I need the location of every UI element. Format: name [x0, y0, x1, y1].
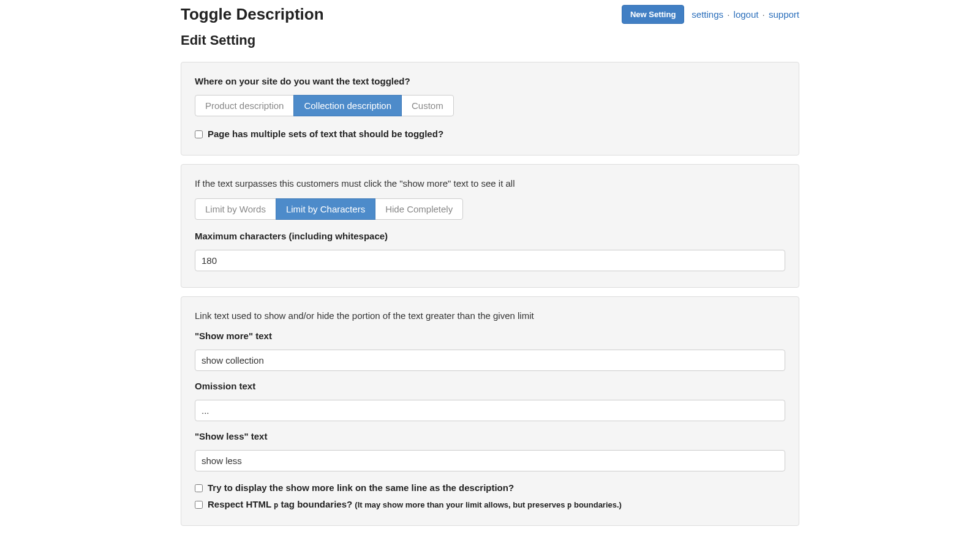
multiple-sets-checkbox[interactable]	[195, 130, 203, 138]
option-collection-description[interactable]: Collection description	[293, 95, 402, 116]
support-link[interactable]: support	[769, 9, 799, 20]
option-limit-words[interactable]: Limit by Words	[195, 198, 276, 220]
page-title: Toggle Description	[181, 5, 324, 24]
limit-button-group: Limit by Words Limit by Characters Hide …	[195, 198, 463, 220]
omission-input[interactable]	[195, 400, 785, 421]
respect-p-label: Respect HTML p tag boundaries? (It may s…	[208, 499, 622, 509]
option-limit-characters[interactable]: Limit by Characters	[276, 198, 375, 220]
multiple-sets-label: Page has multiple sets of text that shou…	[208, 129, 443, 139]
link-text-intro: Link text used to show and/or hide the p…	[195, 310, 785, 321]
subheading: Edit Setting	[181, 32, 799, 48]
respect-p-checkbox[interactable]	[195, 501, 203, 509]
max-chars-input[interactable]	[195, 250, 785, 271]
show-less-input[interactable]	[195, 450, 785, 471]
limit-intro: If the text surpasses this customers mus…	[195, 178, 785, 189]
location-button-group: Product description Collection descripti…	[195, 95, 454, 116]
panel-limit: If the text surpasses this customers mus…	[181, 164, 799, 288]
option-hide-completely[interactable]: Hide Completely	[375, 198, 463, 220]
panel-location: Where on your site do you want the text …	[181, 62, 799, 156]
same-line-label: Try to display the show more link on the…	[208, 482, 514, 493]
settings-link[interactable]: settings	[692, 9, 723, 20]
omission-label: Omission text	[195, 381, 785, 391]
option-custom[interactable]: Custom	[401, 95, 454, 116]
new-setting-button[interactable]: New Setting	[622, 5, 684, 24]
header-right: New Setting settings · logout · support	[622, 5, 799, 24]
show-less-label: "Show less" text	[195, 431, 785, 441]
option-product-description[interactable]: Product description	[195, 95, 294, 116]
same-line-checkbox[interactable]	[195, 484, 203, 492]
location-question: Where on your site do you want the text …	[195, 76, 785, 86]
max-chars-label: Maximum characters (including whitespace…	[195, 231, 785, 241]
show-more-input[interactable]	[195, 350, 785, 371]
logout-link[interactable]: logout	[734, 9, 759, 20]
show-more-label: "Show more" text	[195, 331, 785, 341]
nav-links: settings · logout · support	[692, 9, 799, 20]
panel-link-text: Link text used to show and/or hide the p…	[181, 296, 799, 526]
header: Toggle Description New Setting settings …	[181, 5, 799, 24]
